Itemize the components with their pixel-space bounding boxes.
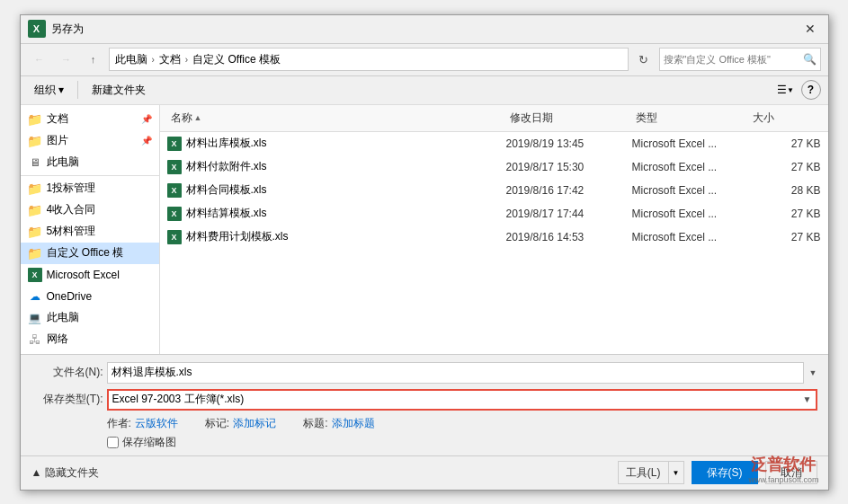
sidebar-divider (21, 175, 159, 176)
sidebar-item-thispc-label: 此电脑 (47, 310, 152, 325)
filetype-label: 保存类型(T): (31, 392, 103, 407)
file-icon-4: X (167, 207, 182, 221)
main-content: 📁 文档 📌 📁 图片 📌 🖥 此电脑 📁 1投标管理 (21, 105, 828, 354)
help-icon: ? (808, 84, 814, 96)
file-type-4: Microsoft Excel ... (632, 208, 749, 220)
author-label: 作者: (107, 416, 131, 431)
folder-icon: 📁 (28, 112, 42, 127)
thumbnail-checkbox[interactable] (107, 437, 119, 448)
addressbar: ← → ↑ 此电脑 › 文档 › 自定义 Office 模板 ↻ 🔍 (21, 44, 828, 76)
sidebar-item-pictures[interactable]: 📁 图片 📌 (21, 130, 159, 152)
file-name-label-5: 材料费用计划模板.xls (186, 229, 289, 244)
file-size-5: 27 KB (749, 231, 821, 243)
sidebar-item-thispc[interactable]: 💻 此电脑 (21, 307, 159, 329)
file-type-1: Microsoft Excel ... (632, 137, 749, 150)
view-button[interactable]: ☰ ▼ (774, 80, 798, 100)
sidebar-item-custom-label: 自定义 Office 模 (47, 245, 152, 261)
filename-input[interactable] (107, 362, 804, 384)
file-name-2: X 材料付款附件.xls (167, 159, 506, 174)
file-size-1: 27 KB (749, 137, 821, 150)
sidebar-item-1project[interactable]: 📁 1投标管理 (21, 178, 159, 199)
folder-icon-3: 📁 (28, 181, 42, 196)
tools-arrow-icon: ▼ (673, 469, 680, 477)
file-size-3: 28 KB (749, 184, 821, 197)
author-item: 作者: 云版软件 (107, 416, 178, 431)
tools-button[interactable]: 工具(L) (619, 462, 669, 483)
dialog-icon: X (28, 20, 46, 38)
col-size-label: 大小 (753, 111, 774, 126)
computer-icon: 🖥 (28, 155, 42, 170)
file-name-3: X 材料合同模板.xls (167, 182, 506, 198)
filename-dropdown-arrow: ▼ (809, 368, 817, 377)
up-button[interactable]: ↑ (82, 48, 105, 71)
hide-folder-button[interactable]: ▲ 隐藏文件夹 (31, 465, 100, 481)
breadcrumb-sep-1: › (149, 55, 157, 65)
file-name-1: X 材料出库模板.xls (167, 136, 506, 151)
organize-button[interactable]: 组织 ▾ (28, 80, 70, 101)
sidebar-item-onedrive[interactable]: ☁ OneDrive (21, 286, 159, 307)
title-value[interactable]: 添加标题 (332, 416, 375, 431)
folder-icon-2: 📁 (28, 134, 42, 148)
table-row[interactable]: X 材料合同模板.xls 2019/8/16 17:42 Microsoft E… (160, 179, 828, 202)
tools-label: 工具(L) (626, 465, 661, 481)
search-box: 🔍 (659, 48, 821, 71)
sidebar-item-network[interactable]: 🖧 网络 (21, 329, 159, 350)
file-icon-3: X (167, 183, 182, 198)
search-icon[interactable]: 🔍 (803, 53, 817, 66)
table-row[interactable]: X 材料付款附件.xls 2019/8/17 15:30 Microsoft E… (160, 155, 828, 179)
file-date-5: 2019/8/16 14:53 (506, 231, 632, 243)
col-header-date[interactable]: 修改日期 (506, 109, 632, 128)
forward-button[interactable]: → (55, 48, 78, 71)
author-value[interactable]: 云版软件 (135, 416, 178, 431)
col-header-name[interactable]: 名称 ▲ (167, 109, 506, 128)
new-folder-label: 新建文件夹 (92, 83, 146, 98)
col-header-size[interactable]: 大小 (749, 109, 821, 128)
tag-value[interactable]: 添加标记 (233, 416, 276, 431)
table-row[interactable]: X 材料出库模板.xls 2019/8/19 13:45 Microsoft E… (160, 132, 828, 155)
pin-icon-2: 📌 (141, 136, 152, 146)
watermark: 泛普软件 www.fanpusoft.com (748, 454, 818, 484)
file-size-2: 27 KB (749, 161, 821, 173)
sidebar-item-4income[interactable]: 📁 4收入合同 (21, 199, 159, 221)
sidebar-item-documents[interactable]: 📁 文档 📌 (21, 109, 159, 130)
dialog-title: 另存为 (51, 22, 84, 37)
new-folder-button[interactable]: 新建文件夹 (85, 80, 152, 101)
sidebar-item-pictures-label: 图片 (47, 133, 137, 148)
file-name-5: X 材料费用计划模板.xls (167, 229, 506, 244)
col-header-type[interactable]: 类型 (632, 109, 749, 128)
sidebar-item-1project-label: 1投标管理 (47, 181, 152, 196)
sidebar-item-ms-excel[interactable]: X Microsoft Excel (21, 264, 159, 286)
organize-label: 组织 (34, 83, 56, 98)
table-row[interactable]: X 材料费用计划模板.xls 2019/8/16 14:53 Microsoft… (160, 225, 828, 249)
titlebar-left: X 另存为 (28, 20, 84, 38)
table-row[interactable]: X 材料结算模板.xls 2019/8/17 17:44 Microsoft E… (160, 202, 828, 225)
breadcrumb[interactable]: 此电脑 › 文档 › 自定义 Office 模板 (109, 48, 629, 71)
search-input[interactable] (664, 54, 799, 65)
filetype-value: Excel 97-2003 工作簿(*.xls) (112, 392, 245, 407)
filetype-arrow: ▼ (803, 394, 812, 404)
file-date-3: 2019/8/16 17:42 (506, 184, 632, 197)
sidebar-item-documents-label: 文档 (47, 111, 137, 127)
col-type-label: 类型 (636, 111, 657, 126)
excel-icon: X (28, 268, 42, 282)
sidebar-item-thispc-top[interactable]: 🖥 此电脑 (21, 152, 159, 173)
sidebar-item-custom-office[interactable]: 📁 自定义 Office 模 (21, 243, 159, 264)
hide-folder-arrow: ▲ (31, 466, 42, 479)
close-button[interactable]: ✕ (799, 20, 821, 38)
sidebar-item-5material-label: 5材料管理 (47, 224, 152, 239)
file-size-4: 27 KB (749, 208, 821, 220)
file-list-area: 名称 ▲ 修改日期 类型 大小 X 材料出库模板.xls 2 (160, 105, 828, 354)
refresh-button[interactable]: ↻ (632, 48, 656, 71)
tools-dropdown-button[interactable]: ▼ (669, 462, 683, 483)
back-button[interactable]: ← (28, 48, 51, 71)
help-button[interactable]: ? (801, 80, 821, 100)
title-label: 标题: (303, 416, 327, 431)
filetype-dropdown[interactable]: Excel 97-2003 工作簿(*.xls) ▼ (107, 389, 817, 411)
watermark-url: www.fanpusoft.com (748, 475, 818, 484)
sidebar-item-4income-label: 4收入合同 (47, 202, 152, 217)
sidebar-item-5material[interactable]: 📁 5材料管理 (21, 221, 159, 243)
pin-icon: 📌 (141, 114, 152, 124)
view-arrow: ▼ (787, 86, 794, 94)
filename-label: 文件名(N): (31, 365, 103, 380)
col-name-sort: ▲ (194, 113, 202, 122)
